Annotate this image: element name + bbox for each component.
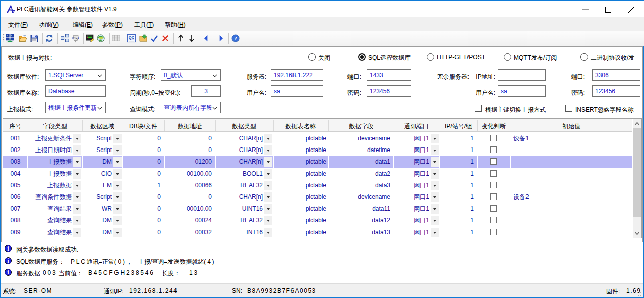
svg-text:QC: QC (129, 35, 135, 40)
svg-text:?: ? (234, 36, 237, 41)
